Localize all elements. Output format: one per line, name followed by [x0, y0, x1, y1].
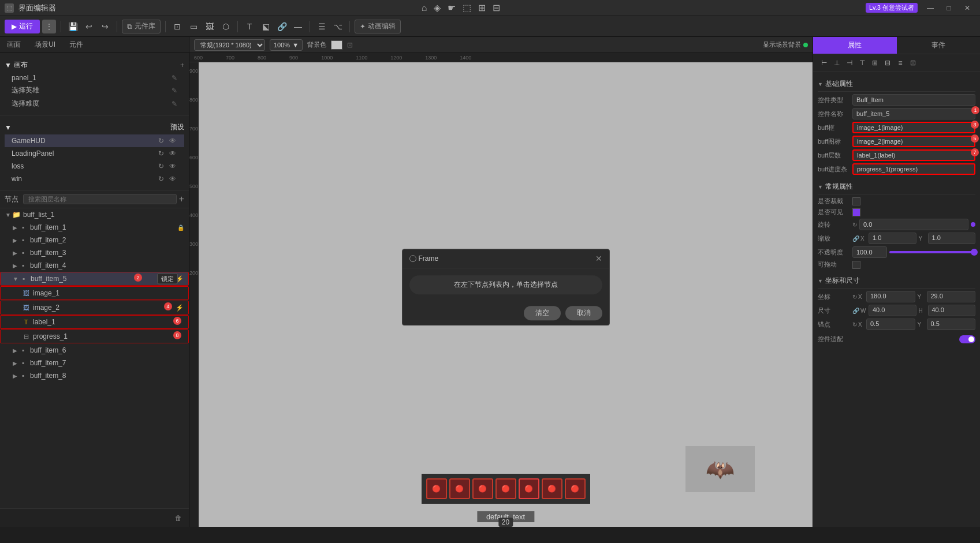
image-icon[interactable]: 🖼 [203, 20, 217, 33]
buff-progress-value[interactable]: progress_1(progress) [852, 163, 975, 175]
node-item-buff-item-1[interactable]: ▶ ▪ buff_item_1 🔒 [0, 221, 189, 234]
fit-icon[interactable]: ⊡ [347, 41, 353, 49]
distribute-v-icon[interactable]: ⊡ [907, 57, 919, 69]
tab-element[interactable]: 元件 [67, 37, 85, 53]
node-item-buff-item-3[interactable]: ▶ ▪ buff_item_3 [0, 246, 189, 259]
nav-cart[interactable]: ⊞ [478, 2, 486, 13]
clip-checkbox[interactable] [852, 197, 860, 205]
align-center-v-icon[interactable]: ⊞ [869, 57, 881, 69]
canvas-viewport[interactable]: 900 800 700 600 500 400 300 200 Frame [189, 62, 813, 527]
link-icon[interactable]: 🔗 [275, 20, 289, 33]
save-button[interactable]: 💾 [66, 20, 80, 33]
canvas-item-panel1[interactable]: panel_1 ✎ [5, 72, 184, 84]
modal-clear-button[interactable]: 清空 [524, 306, 561, 320]
align-right-icon[interactable]: ⊣ [843, 57, 856, 69]
text-icon[interactable]: T [243, 20, 256, 33]
node-item-buff-item-7[interactable]: ▶ ▪ buff_item_7 [0, 357, 189, 369]
node-item-label-1[interactable]: T label_1 6 [0, 315, 189, 329]
preset-loss[interactable]: loss ↻ 👁 [5, 160, 184, 173]
zoom-control[interactable]: 100% ▼ [270, 39, 303, 51]
tab-properties[interactable]: 属性 [813, 37, 897, 54]
pos-x-input[interactable]: 180.0 [866, 291, 915, 302]
eye-icon3[interactable]: 👁 [168, 162, 177, 171]
node-item-buff-item-4[interactable]: ▶ ▪ buff_item_4 [0, 259, 189, 272]
undo-button[interactable]: ↩ [82, 20, 96, 33]
anchor-y-input[interactable]: 0.5 [927, 319, 976, 330]
anchor-x-input[interactable]: 0.5 [866, 319, 915, 330]
refresh-icon[interactable]: ↻ [156, 136, 166, 145]
control-fit-toggle[interactable] [959, 335, 975, 343]
minimize-button[interactable]: — [922, 2, 938, 14]
buff-icon-value[interactable]: image_2(image) 5 [852, 136, 975, 147]
node-item-buff-item-6[interactable]: ▶ ▪ buff_item_6 [0, 344, 189, 357]
run-button[interactable]: ▶ 运行 [5, 20, 40, 33]
nav-grid[interactable]: ⊟ [493, 2, 500, 13]
canvas-section-header[interactable]: ▼ 画布 + [5, 58, 184, 72]
nav-box[interactable]: ⬚ [463, 2, 471, 13]
scale-y-input[interactable]: 1.0 [928, 233, 976, 244]
node-search-input[interactable] [23, 194, 177, 204]
preset-gamehud[interactable]: GameHUD ↻ 👁 [5, 134, 184, 147]
nav-home[interactable]: ⌂ [422, 3, 427, 13]
display-bg-button[interactable]: 显示场景背景 [763, 40, 808, 49]
opacity-value[interactable]: 100.0 [852, 246, 887, 258]
align-top-icon[interactable]: ⊤ [856, 57, 869, 69]
refresh-icon2[interactable]: ↻ [156, 149, 166, 158]
preset-win[interactable]: win ↻ 👁 [5, 173, 184, 185]
node-item-buff-item-2[interactable]: ▶ ▪ buff_item_2 [0, 234, 189, 246]
3d-icon[interactable]: ⬡ [219, 20, 233, 33]
animation-button[interactable]: ✦ 动画编辑 [355, 20, 401, 33]
visible-checkbox[interactable] [852, 208, 860, 216]
opacity-slider[interactable] [889, 251, 975, 253]
close-button[interactable]: ✕ [959, 2, 975, 14]
align-bottom-icon[interactable]: ⊟ [881, 57, 894, 69]
rotation-value[interactable]: 0.0 [859, 219, 968, 230]
preset-section-header[interactable]: ▼ 预设 [5, 120, 184, 134]
distribute-h-icon[interactable]: ≡ [894, 57, 907, 69]
input-icon[interactable]: ⬕ [259, 20, 273, 33]
lightning-icon2[interactable]: ⚡ [176, 304, 184, 312]
nav-diamond[interactable]: ◈ [434, 2, 441, 13]
modal-close-button[interactable]: ✕ [595, 254, 602, 263]
refresh-icon3[interactable]: ↻ [156, 162, 166, 171]
maximize-button[interactable]: □ [941, 2, 957, 14]
redo-button[interactable]: ↪ [98, 20, 112, 33]
format-icon[interactable]: ⌥ [331, 20, 345, 33]
toggle-control-fit[interactable] [959, 335, 975, 343]
delete-node-button[interactable]: 🗑 [173, 512, 184, 524]
node-add-button[interactable]: + [179, 194, 184, 204]
control-name-value[interactable]: buff_item_5 1 [852, 108, 975, 119]
list-icon[interactable]: ☰ [315, 20, 329, 33]
node-item-buff-item-5[interactable]: ▼ ▪ buff_item_5 ⎘ 👁 ⚡ 2 锁定 [0, 272, 189, 286]
bg-color-picker[interactable] [331, 40, 342, 50]
node-item-progress-1[interactable]: ⊟ progress_1 8 [0, 329, 189, 343]
size-w-input[interactable]: 40.0 [869, 305, 916, 316]
refresh-icon4[interactable]: ↻ [156, 174, 166, 184]
modal-cancel-button[interactable]: 取消 [565, 306, 602, 320]
rect-icon[interactable]: ▭ [187, 20, 200, 33]
canvas-item-hero[interactable]: 选择英雄 ✎ [5, 84, 184, 97]
pos-y-input[interactable]: 29.0 [927, 291, 976, 302]
minus-icon[interactable]: — [291, 20, 305, 33]
component-lib-button[interactable]: ⧉ 元件库 [122, 20, 161, 33]
draggable-checkbox[interactable] [852, 261, 860, 269]
tab-canvas[interactable]: 画面 [5, 37, 23, 53]
nav-cursor[interactable]: ☛ [448, 2, 456, 13]
size-h-input[interactable]: 40.0 [928, 305, 976, 316]
buff-layers-value[interactable]: label_1(label) 7 [852, 149, 975, 161]
canvas-add-icon[interactable]: + [180, 61, 184, 69]
align-center-h-icon[interactable]: ⊥ [830, 57, 843, 69]
node-item-image-1[interactable]: 🖼 image_1 [0, 286, 189, 300]
preset-loadingpanel[interactable]: LoadingPanel ↻ 👁 [5, 147, 184, 160]
scale-x-input[interactable]: 1.0 [869, 233, 916, 244]
options-button[interactable]: ⋮ [42, 20, 56, 33]
resize-icon[interactable]: ⊡ [170, 20, 184, 33]
canvas-item-difficulty[interactable]: 选择难度 ✎ [5, 97, 184, 110]
node-item-buff-item-8[interactable]: ▶ ▪ buff_item_8 [0, 369, 189, 382]
eye-icon[interactable]: 👁 [168, 136, 177, 145]
tab-scene-ui[interactable]: 场景UI [32, 37, 58, 53]
buff-frame-value[interactable]: image_1(image) 3 [852, 122, 975, 133]
resolution-select[interactable]: 常规(1920 * 1080) [194, 39, 265, 51]
tab-events[interactable]: 事件 [897, 37, 981, 54]
eye-icon2[interactable]: 👁 [168, 149, 177, 158]
